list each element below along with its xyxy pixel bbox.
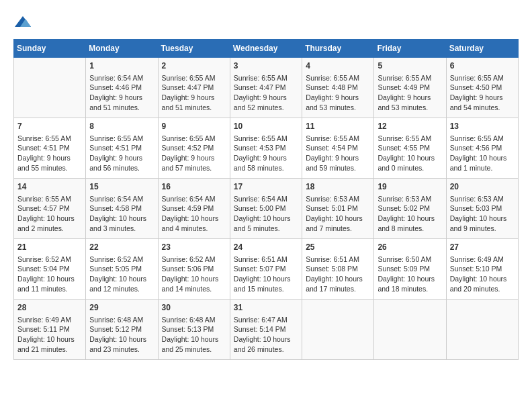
day-info: Sunrise: 6:55 AM Sunset: 4:47 PM Dayligh…: [234, 73, 298, 113]
calendar-body: 1Sunrise: 6:54 AM Sunset: 4:46 PM Daylig…: [14, 58, 519, 360]
day-number: 2: [162, 60, 226, 72]
day-header-wednesday: Wednesday: [230, 40, 302, 58]
day-number: 10: [234, 121, 298, 132]
day-number: 13: [450, 121, 515, 132]
day-info: Sunrise: 6:49 AM Sunset: 5:10 PM Dayligh…: [450, 255, 515, 294]
calendar-header-row: SundayMondayTuesdayWednesdayThursdayFrid…: [14, 40, 519, 58]
calendar-cell: 9Sunrise: 6:55 AM Sunset: 4:52 PM Daylig…: [158, 118, 230, 179]
page-header: [13, 13, 519, 32]
day-number: 4: [306, 60, 370, 72]
day-info: Sunrise: 6:54 AM Sunset: 4:46 PM Dayligh…: [89, 73, 154, 113]
day-info: Sunrise: 6:53 AM Sunset: 5:02 PM Dayligh…: [378, 194, 442, 234]
day-info: Sunrise: 6:52 AM Sunset: 5:06 PM Dayligh…: [162, 255, 226, 294]
day-number: 6: [450, 60, 515, 72]
calendar-cell: 1Sunrise: 6:54 AM Sunset: 4:46 PM Daylig…: [86, 58, 158, 118]
day-info: Sunrise: 6:55 AM Sunset: 4:53 PM Dayligh…: [234, 134, 298, 173]
day-number: 14: [17, 181, 82, 193]
day-info: Sunrise: 6:51 AM Sunset: 5:07 PM Dayligh…: [234, 255, 298, 294]
day-number: 18: [306, 181, 370, 193]
calendar-cell: 16Sunrise: 6:54 AM Sunset: 4:59 PM Dayli…: [158, 179, 230, 239]
day-number: 28: [17, 302, 82, 314]
day-info: Sunrise: 6:55 AM Sunset: 4:51 PM Dayligh…: [17, 134, 82, 173]
day-info: Sunrise: 6:53 AM Sunset: 5:01 PM Dayligh…: [306, 194, 370, 234]
day-info: Sunrise: 6:54 AM Sunset: 5:00 PM Dayligh…: [234, 194, 298, 234]
calendar-cell: 4Sunrise: 6:55 AM Sunset: 4:48 PM Daylig…: [302, 58, 374, 118]
calendar-cell: 21Sunrise: 6:52 AM Sunset: 5:04 PM Dayli…: [14, 239, 86, 300]
day-number: 19: [378, 181, 442, 193]
day-number: 12: [378, 121, 442, 132]
calendar-cell: 8Sunrise: 6:55 AM Sunset: 4:51 PM Daylig…: [86, 118, 158, 179]
day-info: Sunrise: 6:55 AM Sunset: 4:54 PM Dayligh…: [306, 134, 370, 173]
day-info: Sunrise: 6:49 AM Sunset: 5:11 PM Dayligh…: [17, 315, 82, 355]
calendar-cell: 10Sunrise: 6:55 AM Sunset: 4:53 PM Dayli…: [230, 118, 302, 179]
day-number: 29: [89, 302, 154, 314]
day-info: Sunrise: 6:48 AM Sunset: 5:13 PM Dayligh…: [162, 315, 226, 355]
day-info: Sunrise: 6:48 AM Sunset: 5:12 PM Dayligh…: [89, 315, 154, 355]
day-number: 3: [234, 60, 298, 72]
day-number: 31: [234, 302, 298, 314]
day-number: 17: [234, 181, 298, 193]
calendar-week-row: 28Sunrise: 6:49 AM Sunset: 5:11 PM Dayli…: [14, 300, 519, 360]
day-number: 1: [89, 60, 154, 72]
calendar-cell: 7Sunrise: 6:55 AM Sunset: 4:51 PM Daylig…: [14, 118, 86, 179]
day-number: 26: [378, 242, 442, 253]
day-number: 11: [306, 121, 370, 132]
day-info: Sunrise: 6:55 AM Sunset: 4:50 PM Dayligh…: [450, 73, 515, 113]
calendar-cell: [374, 300, 446, 360]
day-info: Sunrise: 6:55 AM Sunset: 4:48 PM Dayligh…: [306, 73, 370, 113]
calendar-cell: 6Sunrise: 6:55 AM Sunset: 4:50 PM Daylig…: [446, 58, 518, 118]
day-number: 22: [89, 242, 154, 253]
day-header-saturday: Saturday: [446, 40, 518, 58]
calendar-week-row: 14Sunrise: 6:55 AM Sunset: 4:57 PM Dayli…: [14, 179, 519, 239]
day-number: 8: [89, 121, 154, 132]
calendar-cell: 26Sunrise: 6:50 AM Sunset: 5:09 PM Dayli…: [374, 239, 446, 300]
day-header-thursday: Thursday: [302, 40, 374, 58]
calendar-cell: 5Sunrise: 6:55 AM Sunset: 4:49 PM Daylig…: [374, 58, 446, 118]
day-number: 15: [89, 181, 154, 193]
day-header-monday: Monday: [86, 40, 158, 58]
calendar-cell: 28Sunrise: 6:49 AM Sunset: 5:11 PM Dayli…: [14, 300, 86, 360]
day-info: Sunrise: 6:52 AM Sunset: 5:04 PM Dayligh…: [17, 255, 82, 294]
calendar-cell: 29Sunrise: 6:48 AM Sunset: 5:12 PM Dayli…: [86, 300, 158, 360]
calendar-cell: 15Sunrise: 6:54 AM Sunset: 4:58 PM Dayli…: [86, 179, 158, 239]
calendar-cell: 11Sunrise: 6:55 AM Sunset: 4:54 PM Dayli…: [302, 118, 374, 179]
day-info: Sunrise: 6:55 AM Sunset: 4:51 PM Dayligh…: [89, 134, 154, 173]
day-header-tuesday: Tuesday: [158, 40, 230, 58]
day-number: 25: [306, 242, 370, 253]
calendar-cell: 18Sunrise: 6:53 AM Sunset: 5:01 PM Dayli…: [302, 179, 374, 239]
day-number: 21: [17, 242, 82, 253]
calendar-cell: 13Sunrise: 6:55 AM Sunset: 4:56 PM Dayli…: [446, 118, 518, 179]
day-info: Sunrise: 6:55 AM Sunset: 4:47 PM Dayligh…: [162, 73, 226, 113]
day-info: Sunrise: 6:53 AM Sunset: 5:03 PM Dayligh…: [450, 194, 515, 234]
day-info: Sunrise: 6:52 AM Sunset: 5:05 PM Dayligh…: [89, 255, 154, 294]
day-header-sunday: Sunday: [14, 40, 86, 58]
day-number: 7: [17, 121, 82, 132]
calendar-week-row: 21Sunrise: 6:52 AM Sunset: 5:04 PM Dayli…: [14, 239, 519, 300]
calendar-cell: 25Sunrise: 6:51 AM Sunset: 5:08 PM Dayli…: [302, 239, 374, 300]
day-number: 20: [450, 181, 515, 193]
logo: [13, 13, 35, 32]
day-info: Sunrise: 6:55 AM Sunset: 4:57 PM Dayligh…: [17, 194, 82, 234]
day-info: Sunrise: 6:55 AM Sunset: 4:52 PM Dayligh…: [162, 134, 226, 173]
calendar-cell: 3Sunrise: 6:55 AM Sunset: 4:47 PM Daylig…: [230, 58, 302, 118]
calendar-cell: 17Sunrise: 6:54 AM Sunset: 5:00 PM Dayli…: [230, 179, 302, 239]
day-number: 24: [234, 242, 298, 253]
calendar-cell: 23Sunrise: 6:52 AM Sunset: 5:06 PM Dayli…: [158, 239, 230, 300]
calendar-cell: [446, 300, 518, 360]
calendar-week-row: 1Sunrise: 6:54 AM Sunset: 4:46 PM Daylig…: [14, 58, 519, 118]
day-number: 23: [162, 242, 226, 253]
calendar-week-row: 7Sunrise: 6:55 AM Sunset: 4:51 PM Daylig…: [14, 118, 519, 179]
day-info: Sunrise: 6:51 AM Sunset: 5:08 PM Dayligh…: [306, 255, 370, 294]
calendar-cell: [14, 58, 86, 118]
day-number: 9: [162, 121, 226, 132]
day-info: Sunrise: 6:55 AM Sunset: 4:55 PM Dayligh…: [378, 134, 442, 173]
calendar-cell: 14Sunrise: 6:55 AM Sunset: 4:57 PM Dayli…: [14, 179, 86, 239]
day-info: Sunrise: 6:50 AM Sunset: 5:09 PM Dayligh…: [378, 255, 442, 294]
day-number: 16: [162, 181, 226, 193]
day-number: 27: [450, 242, 515, 253]
calendar-cell: 31Sunrise: 6:47 AM Sunset: 5:14 PM Dayli…: [230, 300, 302, 360]
day-info: Sunrise: 6:55 AM Sunset: 4:56 PM Dayligh…: [450, 134, 515, 173]
day-info: Sunrise: 6:55 AM Sunset: 4:49 PM Dayligh…: [378, 73, 442, 113]
calendar-table: SundayMondayTuesdayWednesdayThursdayFrid…: [13, 39, 519, 360]
calendar-cell: 2Sunrise: 6:55 AM Sunset: 4:47 PM Daylig…: [158, 58, 230, 118]
